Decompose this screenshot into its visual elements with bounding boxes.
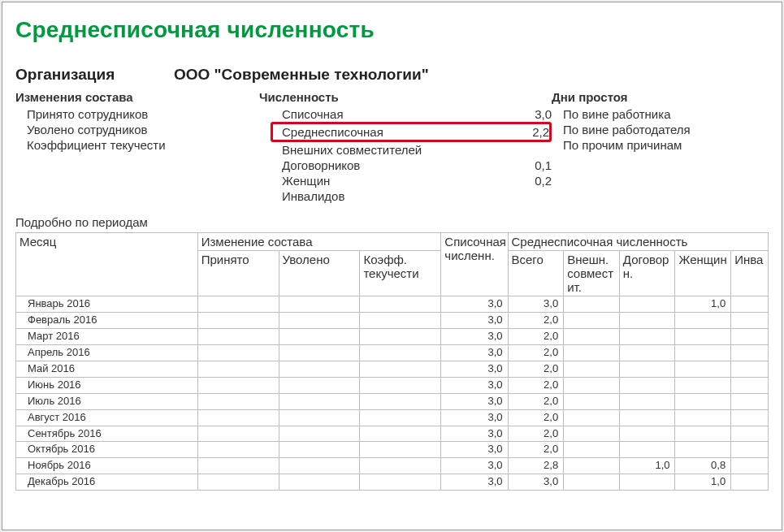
cell-dog: [619, 312, 675, 328]
count-row: Договорников0,1: [259, 158, 552, 173]
th-fired: Уволено: [279, 251, 360, 296]
changes-value: [230, 138, 259, 152]
cell-fired: [279, 344, 360, 361]
changes-label: Принято сотрудников: [27, 107, 156, 121]
cell-kt: [360, 474, 441, 491]
cell-fired: [279, 458, 360, 474]
cell-month: Февраль 2016: [16, 312, 198, 328]
cell-inv: [731, 296, 769, 313]
table-row: Январь 20163,03,01,0: [16, 296, 769, 313]
count-row: Женщин0,2: [259, 173, 552, 188]
table-row: Сентябрь 20163,02,0: [16, 426, 769, 442]
periods-title: Подробно по периодам: [15, 215, 769, 229]
cell-ext: [564, 377, 620, 393]
cell-dog: 1,0: [619, 458, 675, 474]
cell-total: 2,0: [508, 409, 564, 426]
cell-total: 2,0: [508, 442, 564, 458]
cell-dog: [619, 426, 675, 442]
changes-column: Изменения состава Принято сотрудниковУво…: [15, 90, 259, 153]
count-label: Среднесписочная: [282, 125, 392, 139]
cell-list: 3,0: [441, 442, 508, 458]
cell-list: 3,0: [441, 344, 508, 361]
count-value: 3,0: [522, 107, 552, 121]
count-row: Списочная3,0: [259, 106, 552, 122]
cell-kt: [360, 377, 441, 393]
count-label: Договорников: [282, 158, 368, 172]
cell-women: [675, 377, 731, 393]
cell-month: Сентябрь 2016: [16, 426, 198, 442]
cell-total: 2,0: [508, 344, 564, 361]
report-title: Среднесписочная численность: [15, 17, 769, 43]
th-hired: Принято: [197, 251, 279, 296]
cell-total: 2,0: [508, 328, 564, 344]
cell-kt: [360, 312, 441, 328]
cell-inv: [731, 328, 769, 344]
cell-ext: [564, 344, 620, 361]
idle-row: По вине работника: [552, 106, 769, 122]
cell-women: [675, 442, 731, 458]
count-label: Инвалидов: [282, 189, 353, 203]
cell-dog: [619, 328, 675, 344]
cell-women: [675, 409, 731, 426]
cell-ext: [564, 409, 620, 426]
cell-total: 3,0: [508, 296, 564, 313]
cell-ext: [564, 426, 620, 442]
cell-dog: [619, 377, 675, 393]
table-row: Апрель 20163,02,0: [16, 344, 769, 361]
changes-label: Коэффициент текучести: [27, 138, 174, 152]
table-row: Ноябрь 20163,02,81,00,8: [16, 458, 769, 474]
cell-dog: [619, 409, 675, 426]
count-row: Среднесписочная2,2: [271, 122, 552, 142]
th-kt: Коэфф. текучести: [360, 251, 441, 296]
th-dog: Договор н.: [619, 251, 675, 296]
idle-column: Дни простоя По вине работникаПо вине раб…: [552, 90, 769, 153]
cell-month: Январь 2016: [16, 296, 198, 313]
cell-month: Март 2016: [16, 328, 198, 344]
idle-row: По прочим причинам: [552, 137, 769, 153]
idle-value: [739, 107, 769, 121]
organization-row: Организация ООО "Современные технологии": [15, 66, 769, 84]
cell-hired: [197, 361, 279, 377]
cell-list: 3,0: [441, 474, 508, 491]
summary-block: Изменения состава Принято сотрудниковУво…: [15, 90, 769, 204]
cell-dog: [619, 296, 675, 313]
th-list: Списочная численн.: [441, 233, 508, 296]
changes-row: Принято сотрудников: [15, 106, 259, 122]
idle-label: По вине работодателя: [563, 123, 699, 136]
cell-kt: [360, 328, 441, 344]
cell-fired: [279, 393, 360, 409]
cell-inv: [731, 393, 769, 409]
cell-kt: [360, 458, 441, 474]
th-avg-group: Среднесписочная численность: [508, 233, 768, 251]
count-value: 0,2: [522, 174, 552, 188]
cell-list: 3,0: [441, 426, 508, 442]
cell-list: 3,0: [441, 377, 508, 393]
count-value: [522, 143, 552, 157]
cell-list: 3,0: [441, 409, 508, 426]
count-value: 0,1: [522, 158, 552, 172]
count-value: [522, 189, 552, 203]
cell-ext: [564, 328, 620, 344]
cell-hired: [197, 474, 279, 491]
table-row: Декабрь 20163,03,01,0: [16, 474, 769, 491]
cell-ext: [564, 442, 620, 458]
cell-hired: [197, 458, 279, 474]
cell-kt: [360, 409, 441, 426]
changes-value: [230, 107, 259, 121]
cell-hired: [197, 442, 279, 458]
table-row: Май 20163,02,0: [16, 361, 769, 377]
cell-month: Июнь 2016: [16, 377, 198, 393]
cell-ext: [564, 296, 620, 313]
periods-table: Месяц Изменение состава Списочная числен…: [15, 232, 769, 491]
cell-month: Май 2016: [16, 361, 198, 377]
cell-women: [675, 344, 731, 361]
cell-dog: [619, 474, 675, 491]
table-row: Август 20163,02,0: [16, 409, 769, 426]
idle-value: [739, 123, 769, 136]
cell-women: [675, 361, 731, 377]
cell-hired: [197, 393, 279, 409]
idle-row: По вине работодателя: [552, 122, 769, 137]
cell-inv: [731, 426, 769, 442]
cell-month: Ноябрь 2016: [16, 458, 198, 474]
count-value: 2,2: [520, 125, 549, 139]
